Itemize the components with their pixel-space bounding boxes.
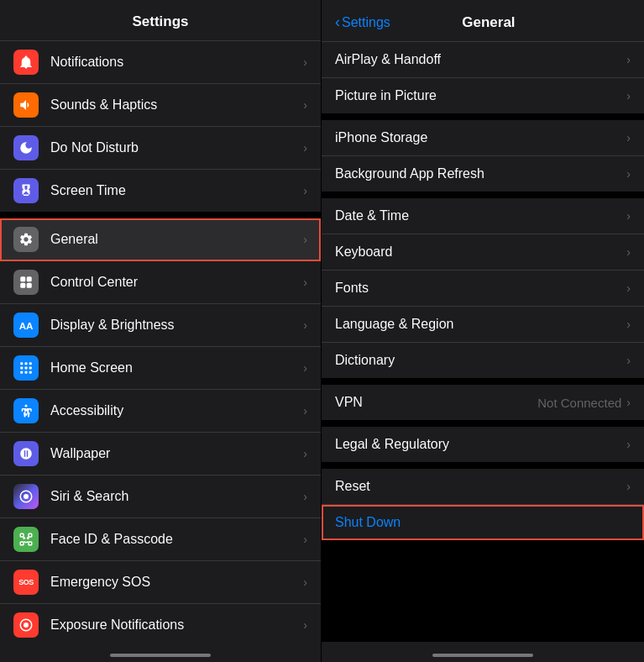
right-item-vpn[interactable]: VPNNot Connected› — [322, 385, 644, 420]
right-label-keyboard: Keyboard — [335, 244, 626, 260]
svg-rect-3 — [27, 283, 32, 288]
right-label-backgroundapprefresh: Background App Refresh — [335, 166, 626, 181]
right-group-0: AirPlay & Handoff›Picture in Picture› — [322, 42, 644, 113]
right-header: ‹ Settings General — [322, 0, 644, 42]
right-label-dictionary: Dictionary — [335, 353, 626, 368]
sounds-chevron: › — [303, 98, 307, 112]
svg-rect-0 — [20, 276, 25, 281]
svg-text:AA: AA — [19, 320, 34, 331]
svg-rect-7 — [29, 362, 32, 365]
settings-item-faceid[interactable]: Face ID & Passcode› — [0, 518, 321, 561]
homescreen-label: Home Screen — [50, 360, 303, 376]
donotdisturb-icon — [13, 135, 39, 160]
settings-item-accessibility[interactable]: Accessibility› — [0, 390, 321, 433]
svg-rect-18 — [29, 533, 32, 537]
right-label-fonts: Fonts — [335, 281, 626, 296]
screentime-chevron: › — [303, 184, 307, 197]
back-button[interactable]: ‹ Settings — [335, 13, 390, 31]
right-item-backgroundapprefresh[interactable]: Background App Refresh› — [322, 156, 644, 192]
right-chevron-iphonestorage: › — [626, 131, 631, 144]
right-item-languageregion[interactable]: Language & Region› — [322, 307, 644, 343]
exposure-chevron: › — [303, 618, 307, 632]
settings-item-display[interactable]: AADisplay & Brightness› — [0, 304, 321, 347]
svg-rect-6 — [25, 362, 28, 365]
settings-item-siri[interactable]: Siri & Search› — [0, 475, 321, 518]
svg-rect-5 — [20, 362, 23, 365]
exposure-label: Exposure Notifications — [50, 617, 303, 633]
left-group-0: Notifications›Sounds & Haptics›Do Not Di… — [0, 41, 321, 212]
right-item-legal[interactable]: Legal & Regulatory› — [322, 427, 644, 462]
settings-item-emergencysos[interactable]: SOSEmergency SOS› — [0, 561, 321, 604]
svg-point-14 — [25, 405, 28, 407]
right-label-legal: Legal & Regulatory — [335, 437, 626, 452]
settings-item-controlcenter[interactable]: Control Center› — [0, 261, 321, 304]
back-icon: ‹ — [335, 13, 340, 31]
settings-item-general[interactable]: General› — [0, 218, 321, 261]
left-title: Settings — [132, 13, 188, 29]
right-label-iphonestorage: iPhone Storage — [335, 130, 626, 145]
svg-rect-11 — [20, 371, 23, 374]
svg-rect-9 — [25, 367, 28, 370]
right-label-reset: Reset — [335, 479, 626, 494]
right-title: General — [397, 14, 580, 31]
controlcenter-icon — [13, 270, 39, 295]
right-item-iphonestorage[interactable]: iPhone Storage› — [322, 120, 644, 156]
right-item-pictureinpicture[interactable]: Picture in Picture› — [322, 78, 644, 113]
right-chevron-datetime: › — [626, 209, 631, 223]
screentime-label: Screen Time — [50, 183, 303, 198]
homescreen-icon — [13, 355, 39, 381]
right-group-2: Date & Time›Keyboard›Fonts›Language & Re… — [322, 192, 644, 378]
settings-item-sounds[interactable]: Sounds & Haptics› — [0, 84, 321, 127]
right-item-dictionary[interactable]: Dictionary› — [322, 343, 644, 378]
settings-item-exposure[interactable]: Exposure Notifications› — [0, 604, 321, 642]
wallpaper-chevron: › — [303, 447, 307, 460]
sounds-icon — [13, 92, 39, 118]
right-label-shutdown: Shut Down — [335, 515, 631, 530]
svg-rect-2 — [20, 283, 25, 288]
accessibility-chevron: › — [303, 404, 307, 418]
right-item-keyboard[interactable]: Keyboard› — [322, 234, 644, 271]
faceid-icon — [13, 527, 39, 552]
donotdisturb-chevron: › — [303, 141, 307, 155]
left-home-bar — [110, 654, 211, 657]
svg-point-16 — [24, 494, 29, 499]
settings-item-donotdisturb[interactable]: Do Not Disturb› — [0, 127, 321, 170]
accessibility-label: Accessibility — [50, 403, 303, 418]
right-item-datetime[interactable]: Date & Time› — [322, 198, 644, 234]
right-group-5: Reset›Shut Down — [322, 462, 644, 540]
right-chevron-keyboard: › — [626, 245, 631, 259]
display-icon: AA — [13, 313, 39, 338]
right-label-datetime: Date & Time — [335, 208, 626, 223]
faceid-label: Face ID & Passcode — [50, 532, 303, 547]
right-chevron-dictionary: › — [626, 354, 631, 367]
emergencysos-label: Emergency SOS — [50, 575, 303, 590]
left-group-1: General›Control Center›AADisplay & Brigh… — [0, 212, 321, 642]
svg-rect-17 — [20, 533, 24, 537]
right-item-fonts[interactable]: Fonts› — [322, 271, 644, 307]
general-icon — [13, 227, 39, 252]
right-group-1: iPhone Storage›Background App Refresh› — [322, 113, 644, 192]
settings-item-screentime[interactable]: Screen Time› — [0, 170, 321, 212]
right-value-vpn: Not Connected — [537, 396, 621, 410]
wallpaper-label: Wallpaper — [50, 446, 303, 461]
settings-item-wallpaper[interactable]: Wallpaper› — [0, 433, 321, 475]
back-label: Settings — [342, 15, 390, 30]
settings-item-notifications[interactable]: Notifications› — [0, 41, 321, 84]
right-item-reset[interactable]: Reset› — [322, 469, 644, 505]
right-home-indicator — [322, 642, 644, 662]
right-item-airplay[interactable]: AirPlay & Handoff› — [322, 42, 644, 78]
right-chevron-pictureinpicture: › — [626, 89, 631, 102]
right-chevron-airplay: › — [626, 53, 631, 66]
donotdisturb-label: Do Not Disturb — [50, 140, 303, 155]
controlcenter-label: Control Center — [50, 275, 303, 290]
svg-rect-12 — [25, 371, 28, 374]
left-panel: Settings Notifications›Sounds & Haptics›… — [0, 0, 322, 662]
accessibility-icon — [13, 398, 39, 423]
settings-item-homescreen[interactable]: Home Screen› — [0, 347, 321, 390]
right-chevron-languageregion: › — [626, 318, 631, 331]
right-label-vpn: VPN — [335, 395, 537, 410]
right-item-shutdown[interactable]: Shut Down — [322, 505, 644, 540]
right-label-pictureinpicture: Picture in Picture — [335, 88, 626, 103]
right-group-4: Legal & Regulatory› — [322, 420, 644, 462]
right-chevron-backgroundapprefresh: › — [626, 167, 631, 181]
